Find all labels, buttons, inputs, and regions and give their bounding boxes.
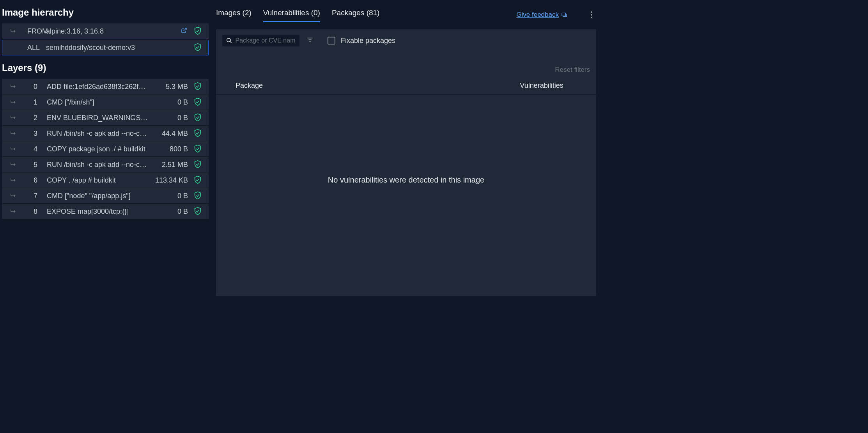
reset-filters-button[interactable]: Reset filters [222,52,590,74]
layer-index: 4 [27,145,37,153]
search-icon [226,37,232,44]
table-header-vulnerabilities: Vulnerabilities [503,82,581,90]
layer-command: ENV BLUEBIRD_WARNINGS=0 NODE_EN… [47,114,149,122]
layer-row[interactable]: 3RUN /bin/sh -c apk add --no-cache node…… [2,126,209,141]
layer-index: 0 [27,83,37,91]
hierarchy-label: ALL [27,44,46,52]
layer-index: 7 [27,192,37,200]
layer-command: CMD ["node" "/app/app.js"] [47,192,149,200]
search-input-wrap[interactable] [222,35,299,46]
hierarchy-row-all[interactable]: ALL semihddosify/scout-demo:v3 [2,40,209,55]
layer-size: 5.3 MB [149,83,188,91]
layer-row[interactable]: 2ENV BLUEBIRD_WARNINGS=0 NODE_EN…0 B [2,110,209,126]
layer-size: 0 B [149,114,188,122]
layer-row[interactable]: 7CMD ["node" "/app/app.js"]0 B [2,188,209,204]
sub-arrow-icon [10,99,18,106]
shield-check-icon [193,176,203,185]
layer-command: COPY . /app # buildkit [47,176,149,185]
shield-check-icon [193,144,203,154]
layer-row[interactable]: 1CMD ["/bin/sh"]0 B [2,94,209,110]
hierarchy-value: alpine:3.16, 3.16.8 [46,27,181,35]
shield-check-icon [193,160,203,169]
layer-command: RUN /bin/sh -c apk add --no-cache npm … [47,161,149,169]
hierarchy-value: semihddosify/scout-demo:v3 [46,44,193,52]
shield-check-icon [193,129,203,138]
layer-command: COPY package.json ./ # buildkit [47,145,149,153]
give-feedback-link[interactable]: Give feedback [516,11,567,19]
shield-check-icon [193,191,203,201]
search-input[interactable] [236,37,296,44]
layer-row[interactable]: 4COPY package.json ./ # buildkit800 B [2,141,209,157]
fixable-packages-checkbox[interactable]: Fixable packages [328,37,395,45]
checkbox-label: Fixable packages [341,37,395,45]
layer-size: 2.51 MB [149,161,188,169]
sub-arrow-icon [10,177,18,184]
layer-index: 5 [27,161,37,169]
layer-command: ADD file:1efd26ad638f3c262f37eb81a3… [47,83,149,91]
hierarchy-label: FROM [27,27,46,35]
layer-command: EXPOSE map[3000/tcp:{}] [47,208,149,216]
shield-check-icon [193,43,203,52]
feedback-icon [561,12,567,18]
sub-arrow-icon [10,130,18,137]
sub-arrow-icon [10,161,18,168]
shield-check-icon [193,113,203,122]
feedback-label: Give feedback [516,11,559,19]
overflow-menu-icon[interactable] [591,11,592,18]
layer-index: 6 [27,176,37,185]
svg-line-3 [230,41,232,43]
layer-size: 113.34 KB [149,176,188,185]
layer-index: 1 [27,98,37,106]
shield-check-icon [193,27,203,36]
svg-rect-1 [562,13,565,16]
external-link-icon[interactable] [181,27,187,35]
sub-arrow-icon [10,28,18,35]
shield-check-icon [193,98,203,107]
layer-size: 800 B [149,145,188,153]
layer-row[interactable]: 0ADD file:1efd26ad638f3c262f37eb81a3…5.3… [2,79,209,94]
hierarchy-title: Image hierarchy [2,4,209,23]
layer-row[interactable]: 5RUN /bin/sh -c apk add --no-cache npm …… [2,157,209,172]
layer-size: 0 B [149,208,188,216]
shield-check-icon [193,82,203,91]
layer-command: RUN /bin/sh -c apk add --no-cache node… [47,130,149,138]
tab-vulnerabilities[interactable]: Vulnerabilities (0) [263,7,320,22]
layers-title: Layers (9) [2,55,209,79]
sub-arrow-icon [10,208,18,215]
layer-index: 8 [27,208,37,216]
hierarchy-row-from[interactable]: FROM alpine:3.16, 3.16.8 [2,23,209,39]
sub-arrow-icon [10,146,18,153]
filter-icon[interactable] [306,36,314,45]
layer-command: CMD ["/bin/sh"] [47,98,149,106]
table-header-package: Package [236,82,503,90]
tab-images[interactable]: Images (2) [216,7,252,22]
svg-line-0 [184,28,186,31]
layer-size: 0 B [149,192,188,200]
layer-index: 2 [27,114,37,122]
svg-point-2 [227,38,230,42]
checkbox-box [328,37,335,44]
layer-size: 44.4 MB [149,130,188,138]
layer-row[interactable]: 8EXPOSE map[3000/tcp:{}]0 B [2,204,209,219]
sub-arrow-icon [10,192,18,199]
tab-packages[interactable]: Packages (81) [332,7,380,22]
sub-arrow-icon [10,83,18,90]
layer-size: 0 B [149,98,188,106]
shield-check-icon [193,207,203,216]
layer-row[interactable]: 6COPY . /app # buildkit113.34 KB [2,172,209,188]
empty-state-message: No vulnerabilities were detected in this… [216,95,596,296]
sub-arrow-icon [10,114,18,121]
layer-index: 3 [27,130,37,138]
